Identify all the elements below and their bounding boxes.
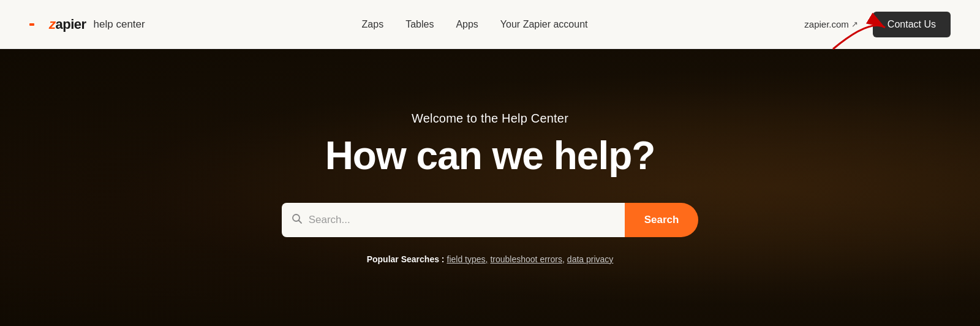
- external-link-icon: ↗: [851, 20, 858, 29]
- header: zapier help center Zaps Tables Apps Your…: [0, 0, 980, 49]
- logo-icon: [29, 18, 45, 31]
- search-container: Search: [282, 203, 699, 237]
- popular-link-field-types[interactable]: field types,: [447, 254, 488, 264]
- search-input[interactable]: [282, 203, 625, 237]
- hero-subtitle: Welcome to the Help Center: [412, 112, 568, 126]
- hero-section: Welcome to the Help Center How can we he…: [0, 49, 980, 326]
- header-left: zapier help center: [29, 17, 145, 32]
- zapier-bolt-icon: [29, 18, 45, 31]
- search-button[interactable]: Search: [625, 203, 699, 237]
- nav-your-zapier-account[interactable]: Your Zapier account: [500, 19, 588, 30]
- zapier-logo: zapier: [29, 17, 86, 32]
- main-nav: Zaps Tables Apps Your Zapier account: [362, 19, 588, 30]
- zapier-com-link[interactable]: zapier.com ↗: [804, 19, 858, 29]
- nav-zaps[interactable]: Zaps: [362, 19, 384, 30]
- popular-link-data-privacy[interactable]: data privacy: [567, 254, 613, 264]
- zapier-com-text: zapier.com: [804, 19, 849, 29]
- header-right: zapier.com ↗ Contact Us: [804, 12, 951, 37]
- search-input-wrapper: [282, 203, 625, 237]
- nav-apps[interactable]: Apps: [456, 19, 478, 30]
- zapier-name: zapier: [49, 17, 86, 32]
- contact-us-button[interactable]: Contact Us: [873, 12, 951, 37]
- nav-tables[interactable]: Tables: [405, 19, 434, 30]
- svg-rect-0: [29, 23, 34, 26]
- popular-searches-label: Popular Searches :: [367, 254, 445, 264]
- hero-title: How can we help?: [325, 133, 655, 178]
- popular-link-troubleshoot[interactable]: troubleshoot errors,: [490, 254, 564, 264]
- popular-searches: Popular Searches : field types, troubles…: [367, 254, 614, 264]
- help-center-label: help center: [94, 18, 145, 31]
